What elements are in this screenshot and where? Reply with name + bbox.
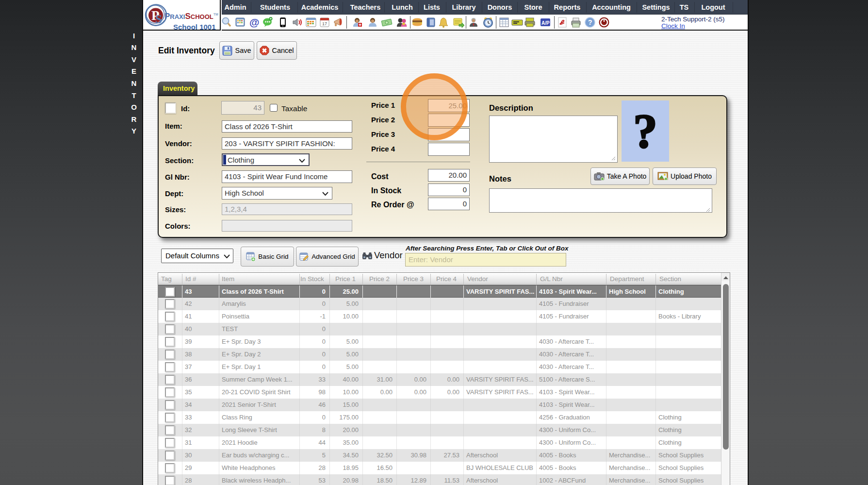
svg-text:17: 17 [322, 21, 327, 26]
svg-text:@: @ [249, 17, 259, 28]
svg-text:?: ? [588, 18, 592, 26]
svg-text:S: S [155, 13, 162, 26]
svg-text:A/P: A/P [541, 20, 550, 26]
